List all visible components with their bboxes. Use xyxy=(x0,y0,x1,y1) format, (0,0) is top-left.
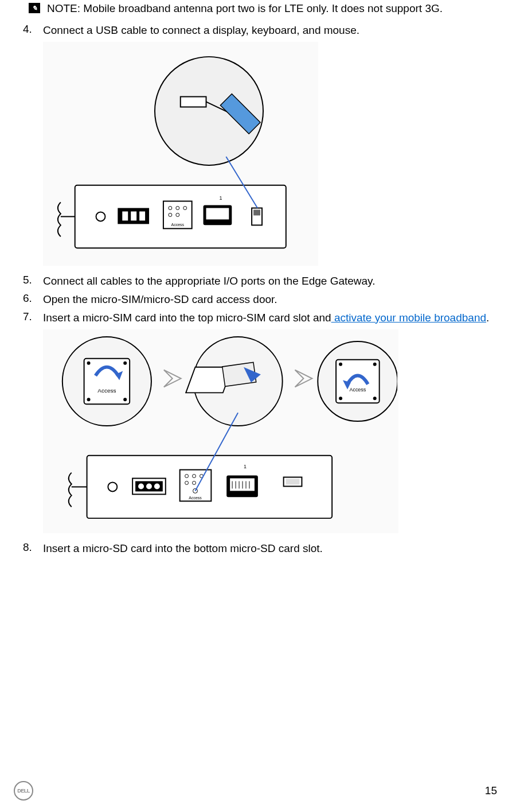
step-7-prefix: Insert a micro-SIM card into the top mic… xyxy=(43,312,331,324)
step-5-number: 5. xyxy=(23,274,43,286)
step-8-number: 8. xyxy=(23,541,43,554)
step-8-text: Insert a micro-SD card into the bottom m… xyxy=(43,541,323,556)
step-5-text: Connect all cables to the appropriate I/… xyxy=(43,274,376,289)
svg-point-48 xyxy=(108,483,117,492)
step-7-text: Insert a micro-SIM card into the top mic… xyxy=(43,310,489,325)
activate-broadband-link[interactable]: activate your mobile broadband xyxy=(331,312,486,324)
svg-rect-21 xyxy=(253,210,260,216)
note-body: Mobile broadband antenna port two is for… xyxy=(83,2,443,14)
svg-point-27 xyxy=(123,362,127,365)
note-label: NOTE: xyxy=(47,2,80,14)
step-7-suffix: . xyxy=(486,312,489,324)
dell-logo-text: DELL xyxy=(17,788,30,794)
figure-sim-insertion: Access Access xyxy=(43,329,398,533)
svg-rect-9 xyxy=(131,212,136,221)
step-6: 6. Open the micro-SIM/micro-SD card acce… xyxy=(23,292,497,307)
svg-point-6 xyxy=(96,212,105,222)
svg-text:Access: Access xyxy=(189,496,202,500)
svg-rect-19 xyxy=(206,208,229,220)
svg-rect-1 xyxy=(181,97,206,107)
svg-rect-39 xyxy=(336,360,380,403)
step-4-number: 4. xyxy=(23,23,43,36)
svg-marker-32 xyxy=(164,370,181,387)
svg-text:Access: Access xyxy=(171,223,185,227)
svg-point-41 xyxy=(373,363,376,366)
figure-usb-connection: Access 1 xyxy=(43,42,318,266)
svg-point-53 xyxy=(154,484,160,489)
figure-2-illustration: Access Access xyxy=(44,330,398,533)
svg-rect-71 xyxy=(286,479,299,485)
step-5: 5. Connect all cables to the appropriate… xyxy=(23,274,497,289)
svg-rect-8 xyxy=(123,212,128,221)
step-7: 7. Insert a micro-SIM card into the top … xyxy=(23,310,497,325)
svg-marker-37 xyxy=(295,370,312,387)
step-6-number: 6. xyxy=(23,292,43,305)
svg-point-51 xyxy=(138,484,144,489)
svg-point-43 xyxy=(373,397,376,401)
step-4-text: Connect a USB cable to connect a display… xyxy=(43,23,359,38)
svg-text:Access: Access xyxy=(97,388,116,394)
svg-point-26 xyxy=(87,362,90,365)
dell-logo-icon: DELL xyxy=(14,781,33,801)
page-number: 15 xyxy=(485,784,497,797)
figure-1-illustration: Access 1 xyxy=(44,42,318,265)
svg-point-52 xyxy=(146,484,152,489)
svg-rect-10 xyxy=(139,212,145,221)
footer: DELL 15 xyxy=(14,781,497,801)
svg-point-28 xyxy=(87,398,90,402)
svg-point-40 xyxy=(339,363,342,366)
svg-point-29 xyxy=(123,398,127,402)
step-6-text: Open the micro-SIM/micro-SD card access … xyxy=(43,292,277,307)
note-text: NOTE: Mobile broadband antenna port two … xyxy=(47,1,443,16)
step-7-number: 7. xyxy=(23,310,43,323)
svg-text:1: 1 xyxy=(244,464,247,469)
note-icon: ✎ xyxy=(29,3,40,13)
note-icon-glyph: ✎ xyxy=(32,5,37,12)
svg-text:1: 1 xyxy=(220,195,222,201)
note-block: ✎ NOTE: Mobile broadband antenna port tw… xyxy=(29,1,497,16)
step-8: 8. Insert a micro-SD card into the botto… xyxy=(23,541,497,556)
svg-point-42 xyxy=(339,397,342,401)
step-4: 4. Connect a USB cable to connect a disp… xyxy=(23,23,497,38)
svg-text:Access: Access xyxy=(349,387,366,393)
